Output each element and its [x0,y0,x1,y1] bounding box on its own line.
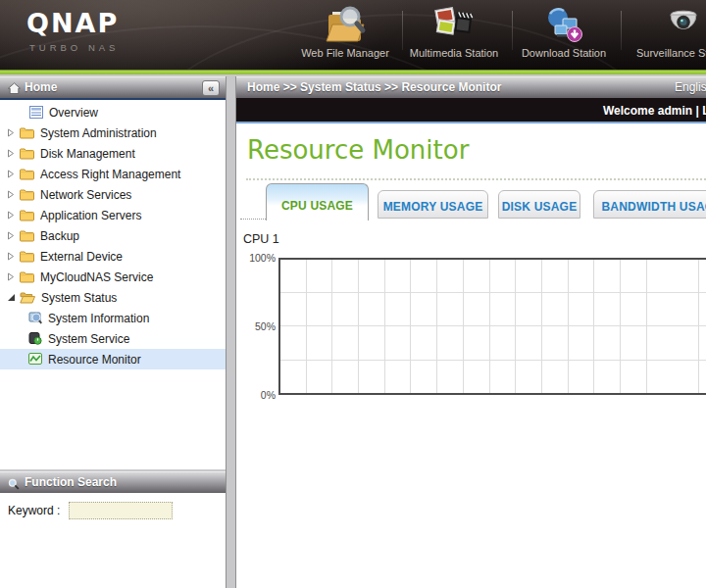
tree-item-mycloudnas-service[interactable]: MyCloudNAS Service [0,267,226,287]
expand-arrow-icon[interactable] [7,170,20,178]
web-file-manager-icon [298,5,392,46]
keyword-input[interactable] [69,502,173,519]
y-axis-tick-0: 0% [238,390,276,401]
folder-icon [20,229,34,242]
tab-baseline [240,219,266,220]
multimedia-station-icon [407,5,501,46]
qnap-admin-screen: QNAP TURBO NAS Web File Manager [0,0,706,588]
shortcut-download-station[interactable]: Download Station [517,5,611,64]
system-information-icon [28,312,42,324]
tree-item-label: Overview [49,106,98,120]
language-link[interactable]: English [675,77,706,98]
qnap-logo-subtitle: TURBO NAS [29,42,119,53]
tree-item-label: Disk Management [40,147,135,161]
collapse-arrow-icon[interactable] [7,293,20,302]
tree-item-resource-monitor[interactable]: Resource Monitor [0,349,226,369]
welcome-logout-link[interactable]: Welcome admin | Logout [603,104,706,118]
tree-item-system-service[interactable]: System Service [0,328,226,349]
folder-icon [20,147,34,160]
tree-item-system-information[interactable]: System Information [0,308,226,328]
folder-icon [20,126,34,139]
shortcut-label: Web File Manager [298,47,392,59]
tree-item-label: MyCloudNAS Service [40,270,153,284]
folder-open-icon [20,291,35,304]
surveillance-station-icon [636,5,706,46]
expand-arrow-icon[interactable] [7,231,20,240]
tab-cpu-usage[interactable]: CPU USAGE [266,183,369,220]
shortcut-multimedia-station[interactable]: Multimedia Station [407,5,501,64]
shortcut-label: Multimedia Station [407,47,501,59]
tab-memory-usage[interactable]: MEMORY USAGE [378,190,488,219]
y-axis-tick-50: 50% [238,321,276,332]
shortcut-label: Download Station [517,47,611,59]
function-search-title: Function Search [25,472,117,493]
breadcrumb[interactable]: Home >> System Status >> Resource Monito… [247,77,501,98]
expand-arrow-icon[interactable] [7,272,20,281]
tree-item-label: Backup [40,229,79,243]
expand-arrow-icon[interactable] [7,190,20,199]
welcome-bar: Welcome admin | Logout [236,98,706,123]
function-search-header: Function Search [0,471,226,493]
resource-monitor-icon [28,353,42,366]
tree-item-external-device[interactable]: External Device [0,246,226,267]
tree-item-label: System Status [41,291,117,305]
tree-item-label: Network Services [40,188,131,202]
resource-monitor-page: Resource Monitor CPU USAGE MEMORY USAGE … [236,125,706,588]
tree-item-label: Application Servers [40,209,141,222]
function-search-panel: Keyword : [0,493,226,588]
chart-title: CPU 1 [243,232,279,246]
breadcrumb-bar: Home >> System Status >> Resource Monito… [236,76,706,98]
header-separator [402,11,403,50]
overview-icon [29,106,43,119]
tree-item-network-services[interactable]: Network Services [0,184,226,205]
tree-item-overview[interactable]: Overview [0,102,226,122]
folder-icon [20,270,34,283]
top-header: QNAP TURBO NAS Web File Manager [0,0,706,70]
expand-arrow-icon[interactable] [7,211,20,220]
tree-item-label: System Information [48,312,149,325]
system-service-icon [28,332,42,345]
header-separator [512,11,513,50]
expand-arrow-icon[interactable] [7,252,20,261]
tree-item-application-servers[interactable]: Application Servers [0,205,226,225]
tree-item-label: System Administration [40,126,157,140]
tab-disk-usage[interactable]: DISK USAGE [498,190,580,219]
tree-item-system-administration[interactable]: System Administration [0,122,226,143]
tree-item-label: Resource Monitor [48,353,141,367]
expand-arrow-icon[interactable] [7,149,20,158]
download-station-icon [517,5,611,46]
shortcut-surveillance-station[interactable]: Surveillance Station [636,5,706,64]
tree-item-system-status[interactable]: System Status [0,287,226,308]
y-axis-tick-100: 100% [238,253,276,264]
tree-item-label: System Service [48,332,129,346]
sidebar-collapse-button[interactable]: « [202,80,220,96]
main-panel: Home >> System Status >> Resource Monito… [235,76,706,588]
tab-bandwidth-usage[interactable]: BANDWIDTH USAGE [593,190,706,219]
tree-item-access-right-management[interactable]: Access Right Management [0,164,226,184]
cpu-usage-chart [278,258,706,395]
folder-icon [20,188,34,201]
header-accent-line [0,70,706,74]
folder-icon [20,209,34,221]
keyword-label: Keyword : [8,504,60,517]
header-separator [621,11,622,50]
title-separator [246,178,706,180]
sidebar-title: Home [25,77,57,98]
sidebar: Home « Overview System Administration Di… [0,76,227,588]
tree-item-backup[interactable]: Backup [0,225,226,246]
sidebar-header: Home « [0,76,226,98]
page-title: Resource Monitor [247,135,469,165]
shortcut-label: Surveillance Station [636,47,706,59]
folder-icon [20,250,34,263]
folder-icon [20,168,34,180]
qnap-logo: QNAP [26,8,119,38]
tree-item-label: External Device [40,250,123,264]
expand-arrow-icon[interactable] [7,128,20,137]
tree-item-label: Access Right Management [40,168,180,181]
navigation-tree: Overview System Administration Disk Mana… [0,100,226,469]
shortcut-web-file-manager[interactable]: Web File Manager [298,5,392,64]
tree-item-disk-management[interactable]: Disk Management [0,143,226,164]
